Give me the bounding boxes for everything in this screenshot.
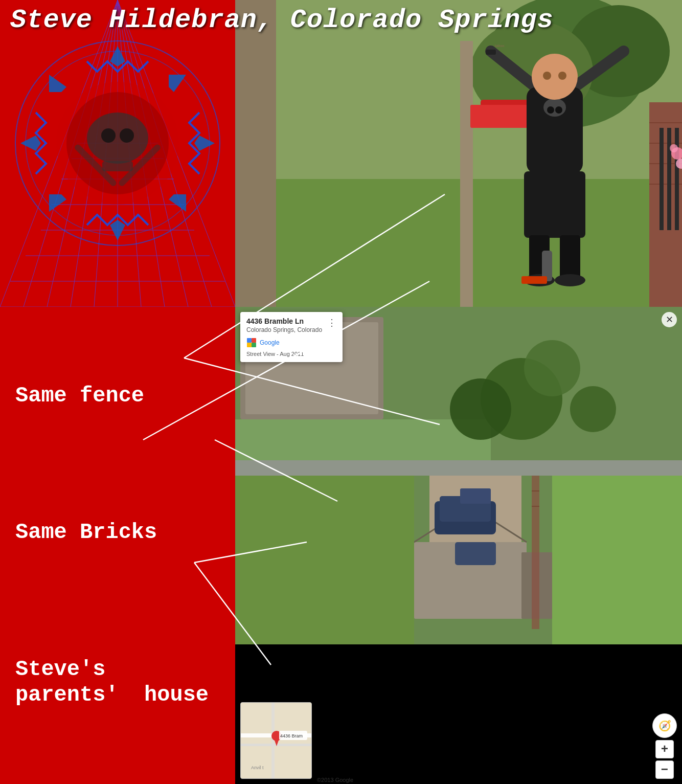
red-annotation-panel: Same fence Same Bricks Steve's parents' … [0,307,235,784]
mini-map-svg: 4436 Bram Anvil t [241,703,312,779]
same-bricks-label: Same Bricks [15,520,220,545]
svg-point-76 [524,340,580,396]
zoom-in-button[interactable]: + [655,740,674,758]
svg-text:4436 Bram: 4436 Bram [280,733,303,738]
mini-map[interactable]: 4436 Bram Anvil t [240,702,312,779]
svg-point-24 [87,113,148,164]
svg-point-26 [101,128,116,143]
maps-popup: 4436 Bramble Ln Colorado Springs, Colora… [240,312,343,362]
svg-point-60 [558,72,566,80]
street-view-pegman[interactable]: 🧭 [652,713,677,738]
svg-point-57 [555,106,562,114]
svg-rect-94 [252,338,256,343]
svg-rect-87 [532,476,539,629]
google-copyright: ©2013 Google [317,777,353,783]
svg-text:Anvil t: Anvil t [251,765,264,770]
street-view-label: Street View - Aug 2011 [246,351,336,357]
google-maps-icon [246,338,257,348]
close-button[interactable]: ✕ [662,312,677,327]
svg-rect-25 [102,161,133,171]
popup-google-row: Google [246,338,336,348]
zoom-out-button[interactable]: − [655,760,674,779]
map-controls: 🧭 + − [652,713,677,779]
svg-rect-44 [667,128,671,230]
svg-text:tattoo: tattoo [495,43,504,48]
svg-rect-43 [660,128,664,230]
top-section: Steve Hildebran, Colorado Springs [0,0,682,307]
person-photo-svg: tattoo [235,0,682,307]
left-psychedelic-panel [0,0,235,307]
svg-rect-36 [235,0,276,307]
page-title: Steve Hildebran, Colorado Springs [10,5,672,35]
svg-point-75 [450,378,511,440]
page-container: Steve Hildebran, Colorado Springs [0,0,682,784]
svg-rect-73 [235,419,491,460]
svg-rect-86 [455,542,496,565]
svg-rect-53 [486,50,496,55]
svg-point-58 [532,54,578,100]
svg-rect-95 [247,343,252,347]
psychedelic-background [0,0,235,307]
parents-house-label: Steve's parents' house [15,657,220,708]
popup-dots-button[interactable]: ⋮ [327,317,336,328]
svg-point-56 [547,106,554,114]
svg-point-59 [543,72,551,80]
svg-rect-45 [675,128,679,230]
svg-point-48 [670,144,678,152]
svg-point-55 [543,98,566,117]
svg-rect-85 [460,488,491,504]
popup-header: 4436 Bramble Ln Colorado Springs, Colora… [246,317,336,333]
svg-rect-37 [460,41,473,307]
same-fence-label: Same fence [15,383,220,409]
svg-rect-91 [552,476,682,644]
svg-rect-90 [235,476,414,644]
svg-rect-100 [271,703,275,779]
google-label: Google [260,339,280,346]
svg-rect-35 [235,179,682,307]
svg-rect-61 [524,171,585,238]
svg-rect-67 [521,276,547,284]
bottom-section: Same fence Same Bricks Steve's parents' … [0,307,682,784]
svg-point-27 [120,128,134,143]
svg-point-65 [555,274,585,286]
svg-rect-93 [247,338,252,343]
popup-title-group: 4436 Bramble Ln Colorado Springs, Colora… [246,317,322,333]
popup-city: Colorado Springs, Colorado [246,326,322,333]
svg-rect-96 [252,343,256,347]
popup-address: 4436 Bramble Ln [246,317,322,325]
right-map-panel: 4436 Bramble Ln Colorado Springs, Colora… [235,307,682,784]
svg-point-77 [570,386,616,432]
svg-rect-70 [235,460,682,476]
right-photo-panel: tattoo [235,0,682,307]
